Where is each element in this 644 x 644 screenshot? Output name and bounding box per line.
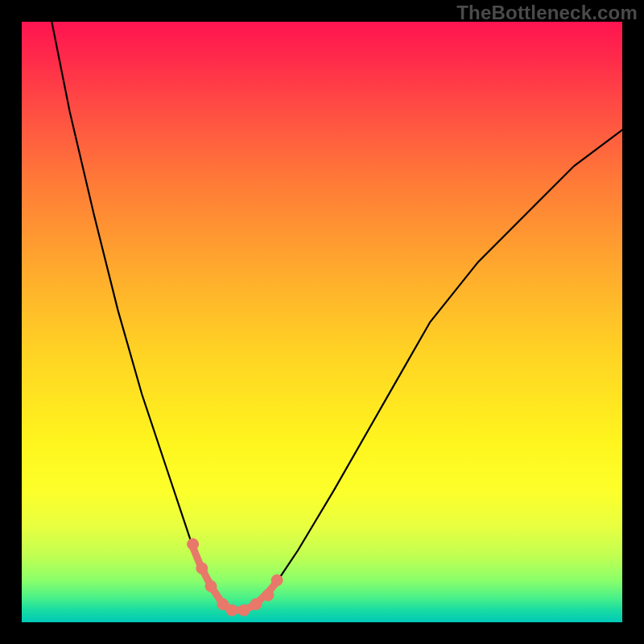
plot-area <box>22 22 622 622</box>
curve-marker <box>250 599 262 610</box>
curve-marker <box>226 605 237 616</box>
curve-marker <box>196 563 208 574</box>
curve-marker <box>188 539 199 550</box>
curve-svg <box>22 22 622 622</box>
curve-marker <box>271 575 283 586</box>
curve-marker <box>238 605 250 616</box>
bottleneck-curve <box>52 22 622 610</box>
chart-frame: TheBottleneck.com <box>0 0 644 644</box>
marker-group <box>188 539 283 616</box>
curve-marker <box>262 589 274 601</box>
watermark-text: TheBottleneck.com <box>456 2 638 24</box>
curve-bottom-highlight <box>193 547 278 610</box>
curve-marker <box>205 580 217 592</box>
